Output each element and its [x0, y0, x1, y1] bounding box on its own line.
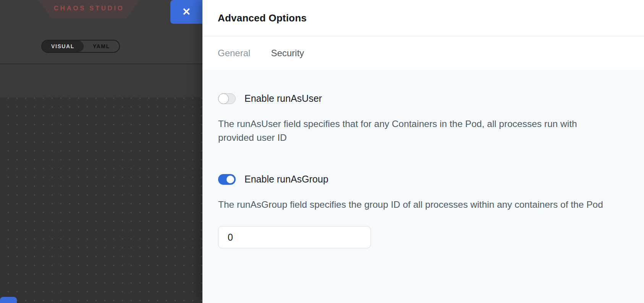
drawer-title: Advanced Options [218, 12, 629, 24]
run-as-user-row: Enable runAsUser [218, 93, 613, 104]
drawer-header: Advanced Options [202, 0, 644, 36]
close-icon: ✕ [182, 7, 191, 17]
run-as-group-toggle[interactable] [218, 174, 236, 185]
yaml-view-button[interactable]: YAML [84, 41, 119, 52]
canvas-action-button[interactable] [0, 297, 17, 303]
app-root: CHAOS STUDIO VISUAL YAML ✕ Advanced Opti… [0, 0, 644, 303]
tab-security[interactable]: Security [267, 48, 308, 70]
run-as-user-description: The runAsUser field specifies that for a… [218, 117, 613, 145]
drawer-tabs: General Security [202, 36, 644, 70]
run-as-user-label: Enable runAsUser [244, 93, 322, 104]
run-as-user-toggle[interactable] [218, 93, 236, 104]
run-as-group-label: Enable runAsGroup [244, 174, 328, 185]
chaos-studio-logo: CHAOS STUDIO [38, 0, 140, 18]
run-as-group-row: Enable runAsGroup [218, 174, 613, 185]
workflow-canvas: CHAOS STUDIO VISUAL YAML [0, 0, 202, 303]
logo-text: CHAOS STUDIO [54, 5, 124, 14]
visual-view-button[interactable]: VISUAL [42, 41, 84, 52]
security-tab-content: Enable runAsUser The runAsUser field spe… [202, 70, 644, 303]
view-mode-toggle: VISUAL YAML [41, 40, 120, 53]
canvas-toolbar-band [0, 65, 202, 97]
advanced-options-drawer: Advanced Options General Security Enable… [202, 0, 644, 303]
canvas-dot-grid[interactable] [0, 97, 202, 303]
tab-general[interactable]: General [214, 48, 254, 70]
run-as-group-description: The runAsGroup field specifies the group… [218, 198, 613, 212]
close-drawer-button[interactable]: ✕ [170, 0, 202, 24]
toggle-knob [227, 176, 234, 183]
toggle-knob [218, 93, 229, 104]
run-as-group-input[interactable] [218, 226, 371, 248]
